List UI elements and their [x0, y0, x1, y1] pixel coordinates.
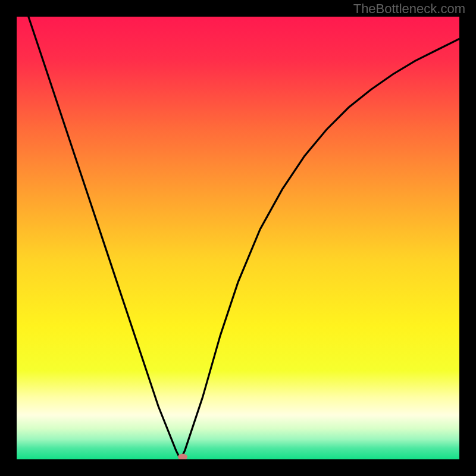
watermark-text: TheBottleneck.com	[353, 1, 465, 17]
bottleneck-curve	[17, 17, 459, 459]
optimal-point-marker	[178, 454, 187, 459]
chart-plot-area	[17, 17, 459, 459]
